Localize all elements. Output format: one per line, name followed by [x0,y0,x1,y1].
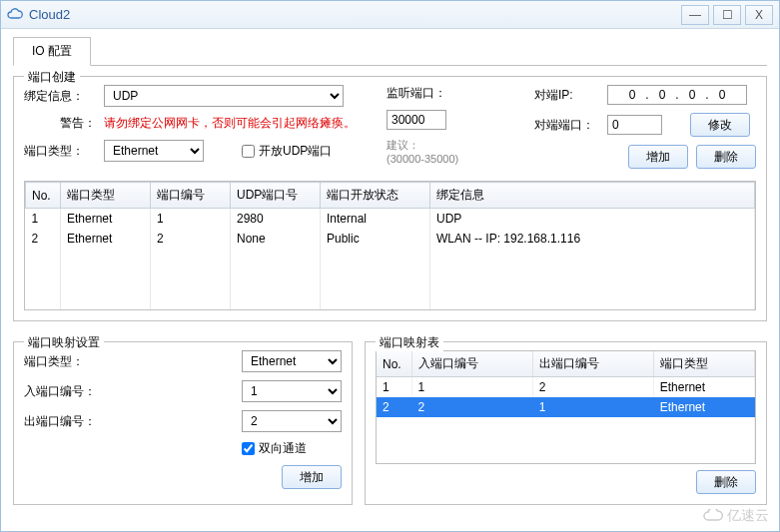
delete-port-button[interactable]: 删除 [696,145,756,169]
in-port-select[interactable]: 1 [242,380,342,402]
mcol-type: 端口类型 [653,351,754,377]
out-port-select[interactable]: 2 [242,410,342,432]
bidir-label: 双向通道 [259,440,307,457]
mcol-no: No. [377,351,411,377]
port-map-table-panel: 端口映射表 No. 入端口编号 出端口编号 端口类型 1 1 [365,341,767,505]
peer-ip-input[interactable] [607,85,747,105]
port-map-config-panel: 端口映射设置 端口类型： Ethernet 入端口编号： 1 出端口编号： 2 [13,341,353,505]
peer-ip-label: 对端IP: [534,87,599,104]
port-table[interactable]: No. 端口类型 端口编号 UDP端口号 端口开放状态 绑定信息 1 Ether… [24,181,756,310]
port-type-select[interactable]: Ethernet [104,140,204,162]
warning-label: 警告： [24,115,96,132]
open-udp-checkbox[interactable] [242,145,255,158]
col-state: 端口开放状态 [321,183,430,209]
bind-info-label: 绑定信息： [24,88,96,105]
close-button[interactable]: X [745,5,773,25]
port-create-panel: 端口创建 绑定信息： UDP 警告： 请勿绑定公网网卡，否则可能会引起网络瘫痪。… [13,76,767,321]
bidir-checkbox[interactable] [242,442,255,455]
suggest-range: (30000-35000) [387,153,458,165]
col-udp: UDP端口号 [231,183,321,209]
suggest-label: 建议： [387,138,419,153]
tab-io-config[interactable]: IO 配置 [13,37,91,66]
mcol-in: 入端口编号 [411,351,532,377]
port-create-title: 端口创建 [24,69,80,86]
table-row[interactable]: 2 2 1 Ethernet [377,397,755,417]
col-num: 端口编号 [151,183,231,209]
bind-info-select[interactable]: UDP [104,85,344,107]
warning-text: 请勿绑定公网网卡，否则可能会引起网络瘫痪。 [104,115,356,132]
mcol-out: 出端口编号 [532,351,653,377]
window-title: Cloud2 [29,7,677,22]
in-port-label: 入端口编号： [24,383,114,400]
listen-port-label: 监听端口： [387,85,446,102]
table-row[interactable]: 2 Ethernet 2 None Public WLAN -- IP: 192… [26,229,755,249]
map-type-label: 端口类型： [24,353,114,370]
col-type: 端口类型 [61,183,151,209]
tab-strip: IO 配置 [13,37,767,66]
add-map-button[interactable]: 增加 [282,465,342,489]
table-row[interactable]: 1 Ethernet 1 2980 Internal UDP [26,209,755,230]
col-no: No. [26,183,61,209]
listen-port-input[interactable] [387,110,446,130]
port-map-table-title: 端口映射表 [376,334,443,351]
open-udp-label: 开放UDP端口 [259,143,332,160]
cloud-icon [7,7,23,23]
titlebar: Cloud2 — ☐ X [1,1,779,29]
delete-map-button[interactable]: 删除 [696,470,756,494]
peer-port-label: 对端端口： [534,117,599,134]
table-row[interactable]: 1 1 2 Ethernet [377,377,755,398]
watermark: 亿速云 [703,507,769,525]
out-port-label: 出端口编号： [24,413,114,430]
add-port-button[interactable]: 增加 [628,145,688,169]
map-type-select[interactable]: Ethernet [242,350,342,372]
minimize-button[interactable]: — [681,5,709,25]
modify-button[interactable]: 修改 [690,113,750,137]
port-map-config-title: 端口映射设置 [24,334,104,351]
port-type-label: 端口类型： [24,143,96,160]
col-bind: 绑定信息 [430,183,755,209]
peer-port-input[interactable] [607,115,662,135]
map-table[interactable]: No. 入端口编号 出端口编号 端口类型 1 1 2 Ethernet [377,351,755,463]
maximize-button[interactable]: ☐ [713,5,741,25]
